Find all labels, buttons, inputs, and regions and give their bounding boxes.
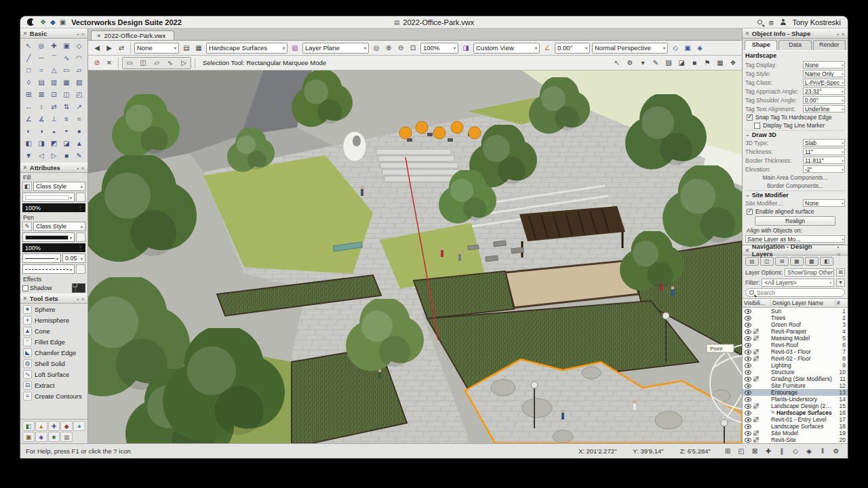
- layer-row[interactable]: Landscape Surfaces 18: [743, 423, 848, 430]
- projection-dropdown[interactable]: Normal Perspective: [592, 43, 668, 54]
- class-options-icon[interactable]: ▧: [290, 43, 300, 54]
- toolset-item[interactable]: ≡ Create Contours: [20, 390, 87, 401]
- toolset-category-icon[interactable]: ▲: [35, 421, 47, 431]
- tool-option-icon[interactable]: ■: [689, 58, 700, 68]
- tab-shape[interactable]: Shape: [745, 40, 777, 50]
- basic-tool-icon[interactable]: ●: [73, 125, 85, 137]
- field-value-dropdown[interactable]: None: [803, 61, 845, 68]
- saved-view-dropdown[interactable]: Custom View: [473, 43, 540, 54]
- toolset-category-icon[interactable]: ◈: [35, 432, 47, 442]
- line-weight-dropdown[interactable]: 0.05: [62, 253, 85, 263]
- basic-tool-icon[interactable]: ✚: [47, 40, 60, 52]
- field-value-dropdown[interactable]: 0.00°: [803, 96, 845, 104]
- layer-row[interactable]: Revit-Parapet 4: [743, 328, 848, 335]
- basic-tool-icon[interactable]: ⌒: [47, 52, 60, 64]
- layer-row[interactable]: Hardscape Surfaces 16: [743, 409, 848, 416]
- zoom-tool-icon[interactable]: ◎: [371, 43, 382, 54]
- palette-menu-icon[interactable]: [77, 164, 85, 171]
- view-bar-icon[interactable]: ▶: [104, 43, 115, 54]
- basic-tool-icon[interactable]: ◎: [35, 40, 48, 52]
- toolset-category-icon[interactable]: ◆: [60, 421, 73, 431]
- tab-data[interactable]: Data: [778, 40, 811, 50]
- app-icon[interactable]: ▣: [60, 19, 66, 26]
- layer-gray-state-icon[interactable]: [753, 329, 759, 334]
- fill-style-dropdown[interactable]: Class Style: [33, 182, 85, 191]
- align-with-dropdown[interactable]: Same Layer as Mo...: [745, 235, 845, 243]
- apple-menu-icon[interactable]: [27, 18, 35, 26]
- tool-option-icon[interactable]: ✎: [650, 58, 661, 68]
- basic-tool-icon[interactable]: ◒: [47, 125, 60, 137]
- basic-tool-icon[interactable]: ⊞: [22, 89, 35, 100]
- site-modifier-section-header[interactable]: Site Modifier: [745, 190, 845, 199]
- close-icon[interactable]: ×: [23, 30, 27, 37]
- palette-menu-icon[interactable]: [77, 295, 85, 302]
- shadow-checkbox[interactable]: [22, 285, 28, 291]
- basic-tool-icon[interactable]: ▣: [60, 40, 73, 52]
- components-button[interactable]: Border Components...: [745, 182, 845, 190]
- basic-tool-icon[interactable]: ≡: [60, 113, 73, 125]
- toolset-category-icon[interactable]: ✚: [48, 421, 60, 431]
- active-layer-dropdown[interactable]: Hardscape Surfaces: [206, 43, 288, 54]
- basic-tool-icon[interactable]: ▭: [60, 64, 73, 76]
- visibility-eye-icon[interactable]: [745, 350, 751, 354]
- basic-tool-icon[interactable]: ⇅: [60, 101, 73, 113]
- basic-tool-icon[interactable]: ▱: [73, 64, 85, 76]
- basic-tool-icon[interactable]: ▧: [73, 77, 85, 88]
- field-value-dropdown[interactable]: Slab: [803, 139, 845, 146]
- layer-row[interactable]: Massing Model 5: [743, 335, 848, 342]
- marquee-mode-icon[interactable]: ▱: [150, 58, 163, 68]
- basic-tool-icon[interactable]: ◇: [73, 40, 85, 52]
- basic-tool-icon[interactable]: ◫: [60, 89, 73, 100]
- tool-option-icon[interactable]: ▾: [637, 58, 648, 68]
- line-style-dropdown[interactable]: [22, 253, 61, 263]
- layer-options-icon[interactable]: ⊞: [836, 268, 845, 277]
- basic-tool-icon[interactable]: ╱: [22, 52, 35, 64]
- basic-tool-icon[interactable]: ■: [60, 150, 73, 161]
- layer-gray-state-icon[interactable]: [753, 437, 759, 443]
- toolset-item[interactable]: ◜ Fillet Edge: [20, 336, 87, 347]
- visibility-eye-icon[interactable]: [745, 390, 751, 395]
- pen-color-swatch[interactable]: [22, 232, 75, 242]
- basic-tool-icon[interactable]: ◨: [35, 138, 48, 149]
- view-bar-icon[interactable]: ▦: [193, 43, 204, 54]
- draw3d-section-header[interactable]: Draw 3D: [745, 130, 845, 138]
- layer-search[interactable]: [745, 288, 845, 297]
- status-mode-icon[interactable]: ⊠: [750, 447, 760, 456]
- view-bar-icon[interactable]: ▤: [181, 43, 192, 54]
- layer-row[interactable]: Plants-Understory 14: [743, 396, 848, 403]
- fill-bucket-icon[interactable]: ◧: [22, 182, 32, 191]
- working-plane-dropdown[interactable]: Layer Plane: [302, 43, 369, 54]
- basic-tool-icon[interactable]: ◧: [22, 138, 35, 149]
- layer-row[interactable]: Revit-Site 20: [743, 436, 848, 443]
- view-bar-icon[interactable]: ⇄: [116, 43, 127, 54]
- filter-dropdown[interactable]: <All Layers>: [762, 279, 834, 287]
- toolset-item[interactable]: ▲ Cone: [20, 325, 87, 336]
- basic-tool-icon[interactable]: □: [22, 64, 35, 76]
- basic-tool-icon[interactable]: ▦: [60, 77, 73, 88]
- visibility-eye-icon[interactable]: [745, 397, 751, 402]
- status-mode-icon[interactable]: ⚙: [831, 447, 841, 456]
- pen-style-dropdown[interactable]: Class Style: [33, 222, 85, 231]
- layer-gray-state-icon[interactable]: [753, 430, 759, 436]
- fill-pattern-icon[interactable]: [76, 192, 85, 202]
- basic-tool-icon[interactable]: ∿: [60, 52, 73, 64]
- visibility-eye-icon[interactable]: [745, 431, 751, 436]
- realign-button[interactable]: Realign: [755, 216, 835, 226]
- field-value-dropdown[interactable]: Name Only: [803, 70, 845, 77]
- basic-tool-icon[interactable]: ▤: [35, 77, 48, 88]
- status-mode-icon[interactable]: ⊞: [723, 447, 732, 456]
- basic-tool-icon[interactable]: ◑: [35, 125, 48, 137]
- visibility-eye-icon[interactable]: [745, 309, 751, 314]
- basic-tool-icon[interactable]: ○: [35, 64, 48, 76]
- basic-tool-icon[interactable]: ≈: [73, 113, 85, 125]
- layer-row[interactable]: Trees 2: [743, 314, 848, 321]
- tool-option-icon[interactable]: ↖: [612, 58, 623, 68]
- marquee-mode-icon[interactable]: ◫: [136, 58, 150, 68]
- navigation-mode-icon[interactable]: ▩: [805, 257, 818, 266]
- field-value-dropdown[interactable]: 11.811": [803, 157, 845, 164]
- visibility-eye-icon[interactable]: [745, 316, 751, 321]
- basic-tool-icon[interactable]: ▲: [73, 138, 85, 149]
- app-name[interactable]: Vectorworks Design Suite 2022: [71, 18, 182, 26]
- basic-tool-icon[interactable]: △: [47, 64, 60, 76]
- basic-tool-icon[interactable]: ◊: [22, 77, 35, 88]
